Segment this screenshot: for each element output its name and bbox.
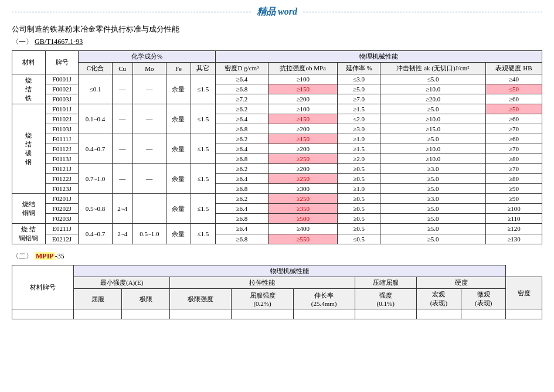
cu-cell: 2~4 xyxy=(112,224,132,244)
density-cell: ≥6.2 xyxy=(215,134,268,144)
col-mo: Mo xyxy=(132,63,166,74)
density-cell: ≥6.4 xyxy=(215,114,268,124)
elongation-cell: ≥1.5 xyxy=(338,104,380,114)
section2-suffix: -35 xyxy=(55,252,64,260)
compress-header: 压缩屈服 xyxy=(355,277,416,289)
grade-cell: F0111J xyxy=(45,134,79,144)
grade-cell: F0201J xyxy=(45,194,79,204)
grade-cell: F0112J xyxy=(45,144,79,154)
impact-cell: ≥3.0 xyxy=(380,164,486,174)
density-cell: ≥6.8 xyxy=(215,84,268,94)
table-row-empty xyxy=(12,309,542,319)
impact-cell: ≥5.0 xyxy=(380,184,486,194)
hardness-header: 硬度 xyxy=(416,277,505,289)
impact-cell: ≥3.0 xyxy=(380,194,486,204)
hardness-cell: ≥90 xyxy=(486,194,542,204)
section2-mpip: MPIP xyxy=(35,252,55,260)
grade-cell: E0211J xyxy=(45,224,79,234)
col-macro: 宏观(表现) xyxy=(416,289,461,309)
other-cell: ≤1.5 xyxy=(191,104,215,134)
c-cell: 0.7~1.0 xyxy=(79,164,112,194)
tensile-header: 拉伸性能 xyxy=(170,277,355,289)
other-cell: ≤1.5 xyxy=(191,194,215,224)
empty-cell xyxy=(122,309,170,319)
mo-cell: 0.5~1.0 xyxy=(132,224,166,244)
empty-cell xyxy=(506,309,542,319)
table2: 材料牌号 物理机械性能 最小强度(A)(E) 拉伸性能 压缩屈服 硬度 密度 屈… xyxy=(12,265,542,319)
impact-cell: ≥10.0 xyxy=(380,154,486,164)
header-prefix: 精品 xyxy=(257,6,276,16)
tensile-cell-highlight: ≥150 xyxy=(268,84,338,94)
section1-arrow: 〈一〉 xyxy=(12,38,33,46)
grade-cell: F0103J xyxy=(45,124,79,134)
c-cell: 0.4~0.7 xyxy=(79,224,112,244)
empty-cell xyxy=(170,309,232,319)
density-cell: ≥6.4 xyxy=(215,144,268,154)
cu-cell: 2~4 xyxy=(112,194,132,224)
fe-cell: 余量 xyxy=(166,74,191,104)
hardness-cell: ≥130 xyxy=(486,234,542,244)
hardness-cell: ≥60 xyxy=(486,94,542,104)
tensile-cell: ≥400 xyxy=(268,224,338,234)
mo-cell xyxy=(132,194,166,224)
table-row: F0121J 0.7~1.0 — — 余量 ≤1.5 ≥6.2 ≥200 ≥0.… xyxy=(12,164,542,174)
section2-prefix: 〈二〉 xyxy=(12,252,33,260)
other-cell: ≤1.5 xyxy=(191,134,215,164)
col-other: 其它 xyxy=(191,63,215,74)
elongation-cell: ≥5.0 xyxy=(338,84,380,94)
section1-standard: GB/T14667.1-93 xyxy=(35,38,83,46)
empty-cell xyxy=(232,309,293,319)
fe-cell: 余量 xyxy=(166,164,191,194)
tensile-cell: ≥200 xyxy=(268,124,338,134)
impact-cell: ≥20.0 xyxy=(380,94,486,104)
elongation-cell: ≥0.5 xyxy=(338,224,380,234)
tensile-cell-highlight: ≥250 xyxy=(268,194,338,204)
tensile-cell: ≥100 xyxy=(268,104,338,114)
hardness-cell: ≥40 xyxy=(486,74,542,84)
cu-cell: — xyxy=(112,134,132,164)
grade-cell: F0102J xyxy=(45,114,79,124)
hardness-cell: ≥90 xyxy=(486,184,542,194)
tensile-cell-highlight: ≥250 xyxy=(268,154,338,164)
elongation-cell: ≥0.5 xyxy=(338,194,380,204)
hardness-cell: ≥70 xyxy=(486,144,542,154)
tensile-cell: ≥200 xyxy=(268,144,338,154)
cu-cell: — xyxy=(112,104,132,134)
mo-cell: — xyxy=(132,134,166,164)
impact-cell: ≥5.0 xyxy=(380,204,486,214)
c-cell: 0.1~0.4 xyxy=(79,104,112,134)
col-yield-strength: 屈服强度(0.2%) xyxy=(232,289,293,309)
tensile-cell-highlight: ≥550 xyxy=(268,234,338,244)
hardness-cell: ≥100 xyxy=(486,204,542,214)
density-cell: ≥6.8 xyxy=(215,124,268,134)
fe-cell: 余量 xyxy=(166,194,191,224)
hardness-cell: ≥80 xyxy=(486,174,542,184)
c-cell: 0.5~0.8 xyxy=(79,194,112,224)
grade-cell: F0123J xyxy=(45,184,79,194)
col-tensile: 抗拉强度ob MPa xyxy=(268,63,338,74)
impact-cell: ≥15.0 xyxy=(380,124,486,134)
impact-cell: ≥5.0 xyxy=(380,104,486,114)
table-row: 烧结铁 F0001J ≤0.1 — — 余量 ≤1.5 ≥6.4 ≥100 ≤3… xyxy=(12,74,542,84)
col-ulimate: 极限强度 xyxy=(170,289,232,309)
impact-cell: ≥5.0 xyxy=(380,134,486,144)
grade-cell: F0003J xyxy=(45,94,79,104)
tensile-cell: ≥200 xyxy=(268,94,338,104)
header-banner: 精品 word xyxy=(12,6,542,18)
tensile-cell-highlight: ≥500 xyxy=(268,214,338,224)
grade-cell: F0002J xyxy=(45,84,79,94)
material-cell: 烧 结铜铝钢 xyxy=(12,224,46,244)
grade-cell: F0203J xyxy=(45,214,79,224)
density-cell: ≥6.2 xyxy=(215,194,268,204)
mo-cell: — xyxy=(132,74,166,104)
hardness-cell: ≥60 xyxy=(486,114,542,124)
fe-cell: 余量 xyxy=(166,104,191,134)
grade-cell: F0001J xyxy=(45,74,79,84)
hardness-cell: ≥60 xyxy=(486,134,542,144)
elongation-cell: ≥0.5 xyxy=(338,164,380,174)
table1: 材料 牌号 化学成分% 物理机械性能 C化合 Cu Mo Fe 其它 密度D g… xyxy=(12,50,542,244)
mo-cell: — xyxy=(132,164,166,194)
left-dashes xyxy=(12,12,251,12)
density-cell: ≥6.2 xyxy=(215,104,268,114)
empty-cell xyxy=(461,309,506,319)
